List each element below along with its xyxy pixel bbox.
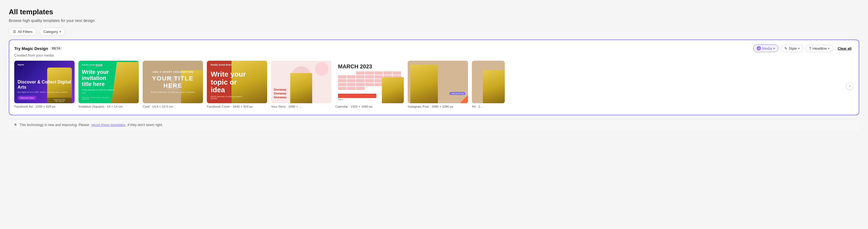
template-preview-5: GiveawayGiveawayGiveaway bbox=[271, 61, 332, 103]
tpl3-content: ADD A SHORT DESCRIPTION YOUR TITLE HERE … bbox=[146, 70, 200, 93]
tpl1-cta-btn: Discover Now bbox=[18, 96, 36, 100]
template-preview-4: Really Great Brand Write your topic or i… bbox=[207, 61, 267, 103]
magic-design-title: Try Magic Design bbox=[14, 46, 48, 51]
tpl1-logo: thynix bbox=[18, 63, 24, 66]
tpl4-content: Write your topic or idea Briefly elabora… bbox=[211, 70, 246, 99]
tpl5-bust-image bbox=[290, 73, 312, 103]
notice-link[interactable]: report these templates bbox=[91, 123, 125, 127]
tpl7-corner-decoration bbox=[460, 95, 468, 103]
magic-controls: ✦ Media ▾ ✎ Style ▾ T Headline ▾ Clear a… bbox=[753, 45, 854, 52]
tpl7-bust-image bbox=[410, 65, 438, 103]
category-filter-button[interactable]: Category ▾ bbox=[39, 28, 65, 36]
tpl2-bottom: Starts from 100 per ticket | 10/1/2024 –… bbox=[82, 97, 115, 100]
tpl5-circle-decoration bbox=[315, 62, 329, 76]
template-card[interactable]: MARCH 2023 bbox=[335, 61, 404, 108]
all-filters-label: All Filters bbox=[18, 30, 32, 34]
template-3-label: Card · 14.8 × 10.5 cm bbox=[143, 105, 203, 108]
tpl2-content: Write your invitation title here Briefly… bbox=[82, 69, 115, 100]
tpl4-sub: Briefly elaborate on what you want to di… bbox=[211, 95, 246, 99]
headline-chip-chevron: ▾ bbox=[828, 47, 830, 50]
template-7-label: Instagram Post · 1080 × 1080 px bbox=[408, 105, 468, 108]
template-preview-8 bbox=[472, 61, 505, 103]
headline-chip-label: Headline bbox=[813, 47, 827, 51]
scroll-right-arrow[interactable]: › bbox=[846, 82, 854, 90]
tpl7-tag: really great tag bbox=[450, 92, 465, 95]
media-chip-chevron: ▾ bbox=[773, 47, 775, 50]
magic-media-icon: ✦ bbox=[756, 46, 761, 51]
tpl3-sub: Briefly elaborate on what you want to di… bbox=[146, 91, 200, 93]
tpl1-title: Discover & Collect Digital Arts bbox=[18, 79, 71, 90]
notice-flag-icon: ⚑ bbox=[14, 123, 17, 127]
tpl6-title: MARCH 2023 bbox=[338, 63, 401, 70]
page-container: All templates Browse high quality templa… bbox=[0, 0, 868, 131]
tpl2-sub: Briefly elaborate on what the invitation… bbox=[82, 89, 115, 94]
template-6-label: Calendar · 1920 × 1080 px bbox=[335, 105, 396, 108]
template-preview-1: thynix Portrait of Color725 · 893 px Dis… bbox=[14, 61, 74, 103]
template-2-label: Invitation (Square) · 14 × 14 cm bbox=[79, 105, 139, 108]
template-card[interactable]: Really Great Brand Write your topic or i… bbox=[207, 61, 267, 108]
tpl6-red-bar: Name bbox=[338, 94, 376, 101]
template-preview-6: MARCH 2023 bbox=[335, 61, 404, 103]
tpl5-giveaway-text: GiveawayGiveawayGiveaway bbox=[274, 88, 286, 99]
template-preview-3: ⧗ ADD A SHORT DESCRIPTION YOUR TITLE HER… bbox=[143, 61, 203, 103]
media-chip-label: Media bbox=[763, 47, 772, 51]
template-card[interactable]: really great tag Instagram Post · 1080 ×… bbox=[408, 61, 468, 108]
tpl8-bust-image bbox=[483, 70, 505, 103]
all-filters-button[interactable]: ☰ All Filters bbox=[9, 28, 36, 36]
tpl2-title: Write your invitation title here bbox=[82, 69, 115, 87]
headline-chip-button[interactable]: T Headline ▾ bbox=[805, 45, 833, 52]
style-chip-chevron: ▾ bbox=[798, 47, 800, 50]
template-card[interactable]: thynix Portrait of Color725 · 893 px Dis… bbox=[14, 61, 74, 108]
tpl1-content: Discover & Collect Digital Arts Buy digi… bbox=[18, 79, 71, 100]
tpl2-badge: Really great brand bbox=[82, 63, 102, 66]
template-preview-2: Really great brand Write your invitation… bbox=[79, 61, 139, 103]
tpl2-bust-image bbox=[112, 62, 139, 103]
clear-all-button[interactable]: Clear all bbox=[835, 45, 854, 52]
template-card[interactable]: GiveawayGiveawayGiveaway Your Story · 10… bbox=[271, 61, 332, 108]
template-5-label: Your Story · 1080 × … bbox=[271, 105, 332, 108]
style-icon: ✎ bbox=[784, 47, 787, 51]
templates-scroll-wrapper: thynix Portrait of Color725 · 893 px Dis… bbox=[14, 61, 854, 111]
chevron-down-icon: ▾ bbox=[60, 30, 61, 33]
notice-bar: ⚑ This technology is new and improving. … bbox=[9, 119, 859, 131]
magic-title-row: Try Magic Design BETA bbox=[14, 46, 62, 51]
template-card[interactable]: A4 · 2… bbox=[472, 61, 505, 108]
template-card[interactable]: ⧗ ADD A SHORT DESCRIPTION YOUR TITLE HER… bbox=[143, 61, 203, 108]
template-8-label: A4 · 2… bbox=[472, 105, 505, 108]
beta-badge: BETA bbox=[50, 47, 62, 50]
templates-row: thynix Portrait of Color725 · 893 px Dis… bbox=[14, 61, 854, 111]
style-chip-button[interactable]: ✎ Style ▾ bbox=[781, 45, 803, 52]
style-chip-label: Style bbox=[789, 47, 797, 51]
page-title: All templates bbox=[9, 8, 859, 16]
magic-subtitle: Created from your media bbox=[14, 53, 854, 57]
notice-text: This technology is new and improving. Pl… bbox=[20, 123, 89, 127]
template-4-label: Facebook Cover · 1640 × 924 px bbox=[207, 105, 267, 108]
tpl1-sub: Buy digital art from 1000+ artists or se… bbox=[18, 91, 71, 94]
tpl6-bust-image bbox=[382, 77, 404, 103]
template-1-label: Facebook Ad · 1200 × 628 px bbox=[14, 105, 74, 108]
tpl3-title: YOUR TITLE HERE bbox=[146, 75, 200, 89]
template-preview-7: really great tag bbox=[408, 61, 468, 103]
tpl3-top-text: ADD A SHORT DESCRIPTION bbox=[146, 70, 200, 73]
tpl4-brand: Really Great Brand bbox=[211, 63, 233, 66]
template-card[interactable]: Really great brand Write your invitation… bbox=[79, 61, 139, 108]
category-label: Category bbox=[43, 30, 58, 34]
page-subtitle: Browse high quality templates for your n… bbox=[9, 19, 859, 23]
magic-panel-header: Try Magic Design BETA ✦ Media ▾ ✎ Style … bbox=[14, 45, 854, 52]
media-chip-button[interactable]: ✦ Media ▾ bbox=[753, 45, 779, 52]
tpl4-title: Write your topic or idea bbox=[211, 70, 246, 94]
headline-icon: T bbox=[809, 47, 811, 51]
notice-text-after: if they don't seem right. bbox=[128, 123, 163, 127]
filter-icon: ☰ bbox=[13, 30, 16, 34]
scroll-arrow-icon: › bbox=[849, 84, 850, 88]
filter-bar: ☰ All Filters Category ▾ bbox=[9, 28, 859, 36]
magic-panel: Try Magic Design BETA ✦ Media ▾ ✎ Style … bbox=[9, 39, 859, 115]
